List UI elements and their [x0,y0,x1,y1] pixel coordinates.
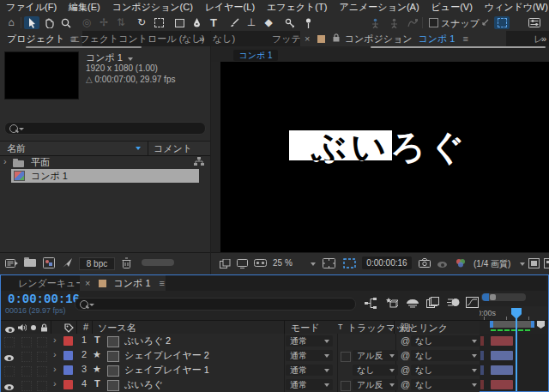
video-toggle[interactable] [4,337,15,347]
column-divider[interactable] [148,142,148,155]
work-area-end-handle[interactable] [531,321,534,328]
tab-composition[interactable]: × コンポジション コンポ 1 ≡ [300,31,506,46]
project-settings-icon[interactable] [62,257,73,268]
label-column-icon[interactable] [64,323,74,333]
rotation-tool-icon[interactable]: ↻ [134,16,149,29]
layer-name[interactable]: ぶいろぐ 2 [124,335,171,347]
vr-view-icon[interactable] [254,259,267,268]
timeline-search-input[interactable] [75,298,356,311]
parent-select[interactable]: なし [411,365,480,376]
menu-effect[interactable]: エフェクト(T) [261,0,333,15]
column-preserve-transparency[interactable]: T [338,323,343,331]
expander-icon[interactable]: › [53,335,57,345]
tab-layer-clipped[interactable]: なし) [213,31,235,46]
close-icon[interactable]: × [300,33,314,44]
menu-composition[interactable]: コンポジション(C) [106,0,199,15]
layer-label-color[interactable] [63,380,73,389]
layer-label-color[interactable] [63,336,73,346]
snapshot-camera-icon[interactable] [419,258,431,268]
layer-thumbnail-icon[interactable] [107,351,119,362]
lock-toggle[interactable] [37,366,47,377]
dolly-camera-tool-icon[interactable]: ⇅ [113,16,129,29]
zoom-slider-knob[interactable] [490,294,496,300]
solo-toggle[interactable] [21,381,32,391]
video-toggle-eye-icon[interactable] [4,353,14,363]
camera-tool-icon[interactable] [151,16,166,29]
frame-blending-icon[interactable] [426,297,439,308]
hand-tool-icon[interactable] [41,16,57,29]
solo-toggle[interactable] [21,352,32,362]
viewer-timecode-field[interactable]: 0:00:00:16 [362,256,412,269]
layer-bar-clipped[interactable] [480,380,484,389]
pickwhip-icon[interactable]: @ [401,365,410,375]
column-divider[interactable] [394,321,395,335]
project-row-comp[interactable]: コンポ 1 [0,169,210,183]
expander-icon[interactable]: › [53,364,57,374]
lock-toggle[interactable] [37,337,47,347]
column-divider[interactable] [284,321,285,335]
work-area-bar[interactable] [490,321,534,328]
comp-marker-button[interactable] [536,320,546,329]
layer-thumbnail-icon[interactable] [107,365,119,377]
solo-toggle[interactable] [21,337,32,347]
tab-overflow-chevron[interactable]: » [199,31,204,46]
column-divider[interactable] [92,321,93,335]
tab-timeline-comp[interactable]: × コンポ 1 ≡ [80,275,166,291]
horizontal-scrollbar-thumb[interactable] [142,259,174,266]
menu-window[interactable]: ウィンドウ(W) [479,0,549,15]
parent-select[interactable]: なし [411,335,480,347]
clone-stamp-tool-icon[interactable]: ⊥ [244,16,259,29]
parent-select[interactable]: なし [411,379,480,390]
sort-order-icon[interactable] [136,147,141,150]
panel-menu-icon[interactable]: ≡ [463,33,468,44]
shy-layers-icon[interactable] [406,298,419,308]
layer-name[interactable]: ぶいろぐ [124,378,163,391]
axis-mode-view-icon[interactable] [405,16,420,29]
resolution-select[interactable]: (1/4 画質) [474,258,510,270]
project-item-name[interactable]: コンポ 1 [86,51,133,64]
layer-thumbnail-icon[interactable] [107,380,119,391]
video-toggle[interactable] [4,366,15,377]
new-composition-icon[interactable] [43,257,55,268]
orbit-camera-tool-icon[interactable]: ◎ [79,16,94,29]
layer-thumbnail-icon[interactable] [107,336,119,347]
transparency-grid-icon[interactable] [528,258,540,268]
matte-toggle[interactable] [341,381,351,391]
column-name[interactable]: 名前 [7,142,26,155]
home-icon[interactable]: ⌂ [3,16,19,29]
close-icon[interactable]: × [80,278,95,288]
comp-navigator-button[interactable]: コンポ 1 [233,50,278,61]
column-divider[interactable] [51,321,51,335]
column-source-name[interactable]: ソース名 [98,322,136,335]
timeline-zoom-slider[interactable] [481,293,526,301]
show-snapshot-icon[interactable] [437,260,447,269]
layer-name[interactable]: シェイプレイヤー 2 [124,349,209,362]
snap-checkbox[interactable] [425,16,441,29]
blend-mode-select[interactable]: 通常 [286,350,333,361]
menu-animation[interactable]: アニメーション(A) [333,0,425,15]
panel-menu-icon[interactable]: ≡ [160,278,165,288]
layer-bar-clipped[interactable] [480,336,484,346]
comp-name[interactable]: コンポ 1 [31,170,68,183]
color-depth-button[interactable]: 8 bpc [79,257,115,270]
pan-camera-tool-icon[interactable]: ✢ [96,16,112,29]
menu-layer[interactable]: レイヤー(L) [199,0,261,15]
expander-icon[interactable]: › [3,156,7,166]
layer-row-4[interactable]: › 4 T ぶいろぐ 通常 アル反 @ なし [1,377,480,392]
column-comment[interactable]: コメント [154,142,192,155]
magnification-select[interactable]: 25 % [273,258,293,268]
type-tool-icon[interactable]: T [206,16,221,29]
pickwhip-icon[interactable]: @ [401,335,410,346]
solo-column-icon[interactable] [31,325,36,330]
current-timecode[interactable]: 0:00:00:16 [8,292,80,306]
lock-toggle[interactable] [37,381,47,391]
layer-bar-clipped[interactable] [480,365,484,375]
puppet-pin-tool-icon[interactable] [300,16,316,29]
work-area-start-handle[interactable] [490,321,493,328]
layer-duration-bar-1[interactable] [491,336,513,346]
interpret-footage-icon[interactable] [5,258,18,268]
tab-effect-controls[interactable]: エフェクトコントロール (なし) [70,31,204,46]
blend-mode-select[interactable]: 通常 [286,379,333,390]
zoom-slider-handle[interactable] [482,293,489,301]
video-toggle-eye-icon[interactable] [4,382,14,392]
